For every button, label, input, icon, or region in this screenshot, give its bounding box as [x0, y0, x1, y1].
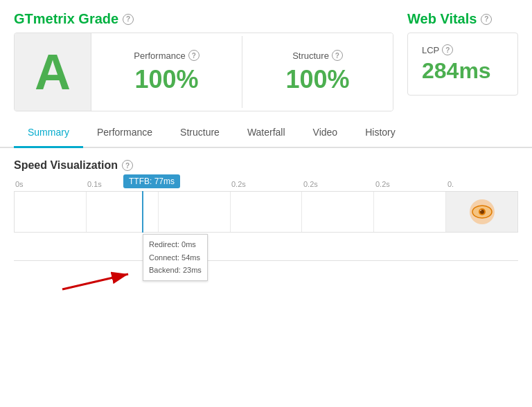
tabs-container: Summary Performance Structure Waterfall … [0, 118, 532, 148]
tab-waterfall[interactable]: Waterfall [233, 118, 299, 148]
segment-4 [302, 192, 374, 232]
arrow-indicator [55, 269, 139, 298]
lcp-help-icon[interactable]: ? [442, 44, 453, 55]
axis-label-5: 0.2s [374, 180, 446, 188]
tab-summary[interactable]: Summary [14, 118, 83, 148]
grade-letter-box: A [15, 33, 91, 111]
ttfb-marker [142, 191, 143, 233]
speed-viz-label: Speed Visualization [14, 159, 118, 172]
axis-label-4: 0.2s [302, 180, 374, 188]
eye-thumbnail [470, 199, 495, 224]
web-vitals-heading: Web Vitals [407, 11, 477, 27]
svg-line-6 [62, 274, 128, 289]
performance-value: 100% [98, 65, 235, 94]
structure-value: 100% [249, 65, 386, 94]
segment-6 [446, 192, 517, 232]
grade-letter: A [35, 47, 71, 97]
axis-label-6: 0. [446, 180, 518, 188]
timeline-bars [14, 191, 518, 233]
segment-3 [231, 192, 303, 232]
segment-2 [159, 192, 231, 232]
tab-video[interactable]: Video [299, 118, 352, 148]
tab-history[interactable]: History [351, 118, 409, 148]
performance-help-icon[interactable]: ? [188, 50, 200, 61]
tab-structure[interactable]: Structure [166, 118, 233, 148]
structure-help-icon[interactable]: ? [332, 50, 343, 61]
grade-metrics: Performance ? 100% Structure ? 100% [91, 33, 393, 111]
connect-detail: Connect: 54ms [149, 251, 202, 264]
svg-point-4 [480, 210, 481, 211]
performance-label: Performance ? [98, 50, 235, 61]
timeline-area: TTFB: 77ms Redirect: 0ms Connect: 54ms B… [14, 191, 518, 233]
grade-card: A Performance ? 100% Structure ? [14, 33, 393, 111]
backend-detail: Backend: 23ms [149, 264, 202, 277]
bottom-separator [14, 260, 518, 261]
gtmetrix-grade-block: GTmetrix Grade ? A Performance ? 100% [14, 11, 393, 111]
structure-metric: Structure ? 100% [242, 36, 393, 108]
tab-performance[interactable]: Performance [83, 118, 166, 148]
speed-viz-title: Speed Visualization ? [14, 159, 518, 172]
web-vitals-title: Web Vitals ? [407, 11, 518, 27]
top-section: GTmetrix Grade ? A Performance ? 100% [0, 0, 532, 118]
performance-metric: Performance ? 100% [91, 36, 242, 108]
lcp-value: 284ms [422, 58, 504, 84]
gtmetrix-grade-heading: GTmetrix Grade [14, 11, 118, 27]
segment-5 [374, 192, 446, 232]
speed-viz-section: Speed Visualization ? 0s 0.1s 0.1s 0.2s … [0, 148, 532, 233]
web-vitals-help-icon[interactable]: ? [481, 14, 492, 25]
web-vitals-card: LCP ? 284ms [407, 33, 518, 96]
speed-viz-help-icon[interactable]: ? [122, 160, 133, 171]
segment-1 [87, 192, 159, 232]
segment-0 [15, 192, 87, 232]
web-vitals-block: Web Vitals ? LCP ? 284ms [407, 11, 518, 96]
redirect-detail: Redirect: 0ms [149, 238, 202, 251]
axis-label-3: 0.2s [230, 180, 302, 188]
gtmetrix-grade-help-icon[interactable]: ? [123, 14, 134, 25]
ttfb-tooltip: TTFB: 77ms [123, 174, 180, 188]
structure-label: Structure ? [249, 50, 386, 61]
gtmetrix-grade-title: GTmetrix Grade ? [14, 11, 393, 27]
timeline-axis: 0s 0.1s 0.1s 0.2s 0.2s 0.2s 0. [14, 180, 518, 188]
page: GTmetrix Grade ? A Performance ? 100% [0, 0, 532, 407]
axis-label-0: 0s [14, 180, 86, 188]
lcp-label: LCP ? [422, 44, 504, 55]
ttfb-detail: Redirect: 0ms Connect: 54ms Backend: 23m… [143, 234, 208, 281]
